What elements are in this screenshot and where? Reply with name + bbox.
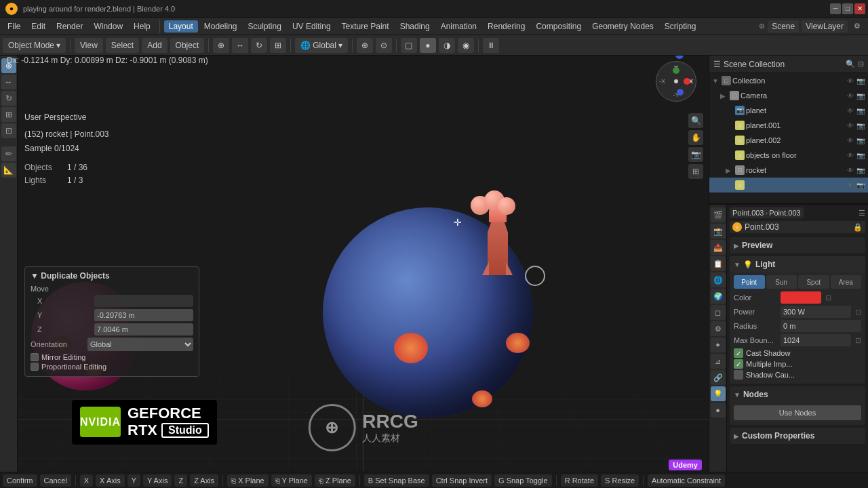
light-type-point[interactable]: Point [734, 275, 765, 289]
prop-tab-scene[interactable]: 🎬 [711, 207, 726, 222]
set-snap-base-hint[interactable]: B Set Snap Base [364, 474, 429, 487]
prop-tab-output[interactable]: 📤 [711, 240, 726, 255]
vis-icon-planet001[interactable]: 👁 [846, 136, 855, 145]
view-layer-selector[interactable]: ViewLayer [802, 20, 848, 33]
z-key-hint[interactable]: Z [174, 474, 187, 487]
z-plane-hint[interactable]: ⎗ Z Plane [315, 474, 355, 487]
gizmo-z-sphere[interactable] [675, 56, 684, 59]
cancel-button[interactable]: Cancel [40, 474, 71, 487]
maximize-button[interactable]: □ [842, 3, 853, 14]
camera-btn[interactable]: 📷 [688, 147, 703, 162]
pause-render-icon[interactable]: ⏸ [483, 38, 499, 53]
prop-tab-physics[interactable]: ⊿ [711, 354, 726, 369]
prop-tab-render[interactable]: 📸 [711, 224, 726, 239]
cast-shadow-checkbox[interactable]: ✓ [734, 348, 743, 358]
menu-edit[interactable]: Edit [26, 20, 50, 33]
render-icon-col1[interactable]: 📷 [856, 91, 865, 100]
prop-tab-particles[interactable]: ✦ [711, 338, 726, 352]
transform-icon[interactable]: ⊕ [213, 38, 229, 53]
outliner-item-scene-collection[interactable]: ▼ □ Collection 👁 📷 [709, 73, 868, 88]
workspace-animation[interactable]: Animation [436, 20, 481, 33]
gizmo-z-dot[interactable] [677, 89, 684, 96]
prop-tab-constraints[interactable]: 🔗 [711, 370, 726, 385]
orientation-select[interactable]: Global Local Normal [87, 338, 193, 351]
prop-tab-view-layer[interactable]: 📋 [711, 256, 726, 271]
measure-tool[interactable]: 📐 [1, 163, 16, 178]
snap-toggle-hint[interactable]: G Snap Toggle [494, 474, 552, 487]
rendered-shading[interactable]: ◉ [458, 38, 474, 53]
prop-tab-scene2[interactable]: 🌐 [711, 272, 726, 287]
workspace-sculpting[interactable]: Sculpting [243, 20, 286, 33]
close-button[interactable]: ✕ [854, 3, 865, 14]
mirror-editing-checkbox[interactable] [31, 353, 39, 361]
light-type-sun[interactable]: Sun [766, 275, 797, 289]
scale-tool[interactable]: ⊞ [1, 107, 16, 122]
render-icon-planet001[interactable]: 📷 [856, 136, 865, 145]
shadow-caustics-checkbox[interactable] [734, 370, 743, 380]
y-plane-hint[interactable]: ⎗ Y Plane [271, 474, 312, 487]
light-section-header[interactable]: ▼ 💡 Light [730, 256, 865, 272]
workspace-compositing[interactable]: Compositing [531, 20, 586, 33]
menu-file[interactable]: File [3, 20, 25, 33]
workspace-texture-paint[interactable]: Texture Paint [337, 20, 394, 33]
wireframe-shading[interactable]: ▢ [401, 38, 417, 53]
z-axis-hint[interactable]: Z Axis [190, 474, 218, 487]
add-menu[interactable]: Add [142, 38, 167, 53]
outliner-filter-icon[interactable]: ⊟ [858, 60, 864, 68]
outliner-item-collection[interactable]: ▶ □ Camera 👁 📷 [709, 88, 868, 103]
prop-tab-object-data[interactable]: 💡 [711, 386, 726, 401]
outliner-item-objects-on-floor[interactable]: ▶ □ rocket 👁 📷 [709, 163, 868, 178]
transform-tool[interactable]: ⊡ [1, 123, 16, 138]
view-menu[interactable]: View [75, 38, 103, 53]
minimize-button[interactable]: ─ [830, 3, 841, 14]
color-options-icon[interactable]: ⊡ [825, 293, 831, 302]
auto-constraint-hint[interactable]: Automatic Constraint [648, 474, 725, 487]
prop-tab-object[interactable]: ◻ [711, 305, 726, 320]
prop-tab-material[interactable]: ● [711, 403, 726, 418]
workspace-geometry-nodes[interactable]: Geometry Nodes [587, 20, 658, 33]
rotate-hint[interactable]: R Rotate [561, 474, 598, 487]
x-plane-hint[interactable]: ⎗ X Plane [227, 474, 269, 487]
nodes-section-header[interactable]: ▼ Nodes [730, 386, 865, 403]
z-value-input[interactable] [94, 323, 193, 336]
object-menu[interactable]: Object [170, 38, 205, 53]
grid-view-btn[interactable]: ⊞ [688, 164, 703, 179]
preview-section-header[interactable]: ▶ Preview [730, 237, 865, 253]
outliner-item-planet002[interactable]: ▲ objects on floor 👁 📷 [709, 148, 868, 163]
gizmo-x-dot[interactable] [684, 78, 690, 85]
workspace-modeling[interactable]: Modeling [199, 20, 242, 33]
vis-icon-cam[interactable]: 👁 [846, 106, 855, 115]
x-key-hint[interactable]: X [80, 474, 93, 487]
workspace-rendering[interactable]: Rendering [483, 20, 530, 33]
prop-lock-icon[interactable]: 🔒 [853, 223, 863, 232]
snap-toggle[interactable]: ⊕ [357, 38, 373, 53]
confirm-button[interactable]: Confirm [3, 474, 37, 487]
render-icon-rocket[interactable]: 📷 [856, 180, 865, 190]
outliner-item-rocket[interactable]: ▲ 👁 📷 [709, 178, 868, 192]
zoom-in-btn[interactable]: 🔍 [688, 113, 703, 128]
prop-tab-world[interactable]: 🌍 [711, 289, 726, 304]
workspace-uv-editing[interactable]: UV Editing [288, 20, 336, 33]
settings-icon[interactable]: ⚙ [850, 20, 864, 33]
outliner-search-icon[interactable]: 🔍 [846, 60, 855, 68]
resize-hint[interactable]: S Resize [601, 474, 639, 487]
move-tool[interactable]: ↔ [1, 75, 16, 89]
gizmo-y-dot[interactable] [673, 67, 679, 74]
render-icon-planet002[interactable]: 📷 [856, 150, 865, 160]
light-type-spot[interactable]: Spot [798, 275, 829, 289]
light-color-swatch[interactable] [781, 291, 821, 304]
object-mode-dropdown[interactable]: Object Mode ▾ [3, 38, 66, 53]
x-value-input[interactable] [94, 295, 193, 307]
render-icon-oof[interactable]: 📷 [856, 165, 865, 175]
select-menu[interactable]: Select [106, 38, 139, 53]
power-input[interactable]: 300 W [781, 306, 851, 318]
vis-icon-planet002[interactable]: 👁 [846, 150, 855, 160]
multiple-importance-checkbox[interactable]: ✓ [734, 359, 743, 369]
use-nodes-button[interactable]: Use Nodes [734, 405, 861, 420]
menu-help[interactable]: Help [129, 20, 155, 33]
prop-options-icon[interactable]: ☰ [859, 209, 865, 218]
rotate-icon[interactable]: ↻ [251, 38, 267, 53]
vis-icon-col1[interactable]: 👁 [846, 91, 855, 100]
vis-icon-oof[interactable]: 👁 [846, 165, 855, 175]
max-bounces-input[interactable]: 1024 [781, 334, 851, 346]
